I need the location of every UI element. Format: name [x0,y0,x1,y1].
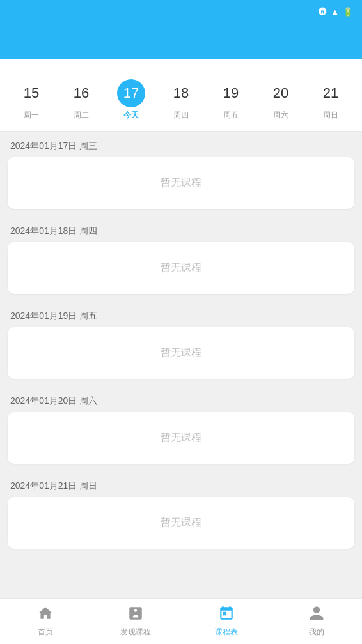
date-section: 2024年01月19日 周五暂无课程 [0,302,362,379]
wifi-icon: ▲ [331,7,339,17]
no-course-label: 暂无课程 [161,517,201,528]
nav-label: 我的 [309,627,324,638]
nav-item-课程表[interactable]: 课程表 [181,605,272,638]
home-icon [37,605,54,624]
status-icons: 🅐 ▲ 🔋 [319,7,353,17]
no-course-label: 暂无课程 [161,347,201,358]
status-bar: 🅐 ▲ 🔋 [0,0,362,23]
day-number: 21 [317,79,345,107]
course-card: 暂无课程 [8,327,354,379]
day-number: 17 [117,79,145,107]
date-header: 2024年01月20日 周六 [0,387,362,412]
nav-item-首页[interactable]: 首页 [0,605,91,638]
date-section: 2024年01月18日 周四暂无课程 [0,217,362,294]
day-number: 15 [17,79,45,107]
day-item-19[interactable]: 19周五 [213,79,249,121]
bottom-nav: 首页发现课程课程表我的 [0,598,362,644]
day-number: 18 [167,79,195,107]
day-label: 周二 [74,110,89,121]
date-header: 2024年01月19日 周五 [0,302,362,327]
day-label: 周五 [223,110,239,121]
discover-icon [127,605,144,624]
day-item-18[interactable]: 18周四 [163,79,199,121]
date-header: 2024年01月21日 周日 [0,471,362,497]
date-section: 2024年01月20日 周六暂无课程 [0,387,362,464]
nav-item-发现课程[interactable]: 发现课程 [91,605,182,638]
year-week-label [0,59,362,74]
day-item-15[interactable]: 15周一 [13,79,49,121]
nav-item-我的[interactable]: 我的 [272,605,363,638]
day-item-21[interactable]: 21周日 [313,79,349,121]
battery-icon: 🔋 [343,7,353,17]
day-number: 19 [217,79,245,107]
no-course-label: 暂无课程 [161,432,201,443]
profile-icon [308,605,325,624]
day-label: 周六 [273,110,288,121]
course-card: 暂无课程 [8,412,354,464]
course-card: 暂无课程 [8,242,354,294]
week-selector: 15周一16周二17今天18周四19周五20周六21周日 [0,74,362,132]
schedule-icon [218,605,235,624]
nav-label: 发现课程 [120,627,151,638]
day-number: 20 [267,79,295,107]
day-label: 今天 [123,110,139,121]
day-item-16[interactable]: 16周二 [63,79,99,121]
app-header [0,23,362,59]
date-section: 2024年01月17日 周三暂无课程 [0,132,362,209]
no-course-label: 暂无课程 [161,177,201,188]
day-label: 周四 [173,110,189,121]
content-area: 2024年01月17日 周三暂无课程2024年01月18日 周四暂无课程2024… [0,132,362,608]
course-card: 暂无课程 [8,157,354,209]
date-section: 2024年01月21日 周日暂无课程 [0,471,362,549]
day-label: 周日 [323,110,338,121]
notification-icon: 🅐 [319,7,327,17]
date-header: 2024年01月17日 周三 [0,132,362,157]
day-label: 周一 [24,110,39,121]
day-item-20[interactable]: 20周六 [263,79,299,121]
nav-label: 课程表 [215,627,238,638]
date-header: 2024年01月18日 周四 [0,217,362,242]
nav-label: 首页 [38,627,53,638]
course-card: 暂无课程 [8,497,354,549]
no-course-label: 暂无课程 [161,262,201,273]
day-number: 16 [67,79,95,107]
day-item-17[interactable]: 17今天 [113,79,149,121]
